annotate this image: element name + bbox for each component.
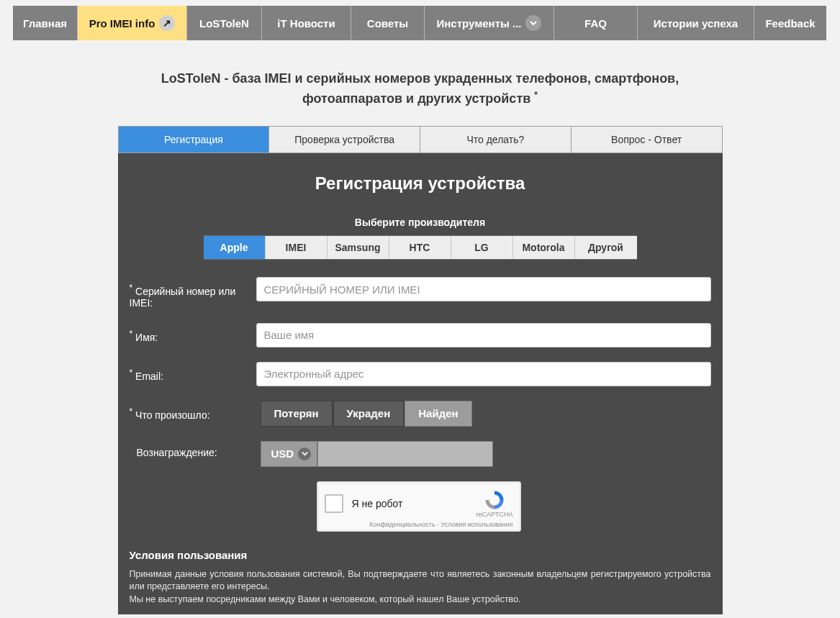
mfr-lg[interactable]: LG (451, 236, 513, 259)
manufacturer-tabs: Apple IMEI Samsung HTC LG Motorola Друго… (204, 235, 637, 260)
terms-text: Принимая данные условия пользования сист… (130, 568, 711, 606)
recaptcha-label: Я не робот (352, 498, 477, 509)
recaptcha-icon (484, 489, 505, 511)
reward-label: Вознаграждение: (130, 441, 261, 458)
nav-faq[interactable]: FAQ (554, 6, 638, 40)
serial-input[interactable] (256, 277, 711, 301)
status-lost-button[interactable]: Потерян (261, 401, 333, 427)
nav-tools[interactable]: Инструменты ... (425, 6, 554, 40)
nav-lostolen[interactable]: LoSToleN (187, 6, 262, 40)
asterisk: * (534, 90, 538, 100)
heading-line2: фотоаппаратов и других устройств (302, 91, 530, 106)
email-input[interactable] (256, 362, 711, 386)
mfr-imei[interactable]: IMEI (266, 236, 328, 259)
serial-label: * Серийный номер или IMEI: (130, 277, 256, 309)
currency-value: USD (271, 447, 294, 460)
recaptcha-footer: Конфиденциальность - Условия использован… (325, 521, 513, 528)
external-link-icon: ↗ (159, 15, 175, 31)
mfr-apple[interactable]: Apple (204, 236, 266, 259)
chevron-down-icon (525, 15, 541, 31)
subtabs: Регистрация Проверка устройства Что дела… (118, 126, 723, 153)
manufacturer-label: Выберите производителя (130, 217, 711, 228)
name-label: * Имя: (130, 323, 256, 343)
recaptcha-checkbox[interactable] (325, 494, 343, 513)
tab-faq[interactable]: Вопрос - Ответ (572, 127, 722, 153)
mfr-other[interactable]: Другой (575, 236, 637, 259)
top-nav: Главная Pro IMEI info ↗ LoSToleN iT Ново… (0, 0, 840, 47)
name-input[interactable] (256, 323, 711, 347)
nav-home[interactable]: Главная (13, 6, 78, 40)
recaptcha: Я не робот reCAPTCHA Конфиденциальность … (317, 481, 521, 532)
currency-select[interactable]: USD (261, 441, 318, 467)
nav-label: Инструменты ... (437, 17, 522, 29)
tab-registration[interactable]: Регистрация (119, 127, 270, 153)
terms-heading: Условия пользования (130, 549, 711, 561)
mfr-htc[interactable]: HTC (389, 236, 451, 259)
mfr-samsung[interactable]: Samsung (328, 236, 389, 259)
recaptcha-logo: reCAPTCHA (476, 489, 512, 518)
page-heading: LoSToleN - база IMEI и серийных номеров … (0, 47, 840, 126)
what-happened-label: * Что произошло: (130, 401, 261, 421)
heading-line1: LoSToleN - база IMEI и серийных номеров … (161, 71, 679, 86)
status-found-button[interactable]: Найден (405, 401, 471, 427)
reward-input[interactable] (317, 441, 493, 467)
mfr-motorola[interactable]: Motorola (513, 236, 575, 259)
panel-title: Регистрация устройства (130, 173, 711, 194)
tab-check-device[interactable]: Проверка устройства (269, 127, 420, 153)
chevron-down-icon (298, 447, 311, 460)
registration-panel: Регистрация устройства Выберите производ… (118, 153, 723, 614)
nav-pro-imei-info[interactable]: Pro IMEI info ↗ (78, 6, 187, 40)
email-label: * Email: (130, 362, 256, 382)
nav-success-stories[interactable]: Истории успеха (638, 6, 754, 40)
status-stolen-button[interactable]: Украден (333, 401, 405, 427)
nav-feedback[interactable]: Feedback (754, 6, 826, 40)
nav-label: Pro IMEI info (89, 17, 155, 29)
tab-what-to-do[interactable]: Что делать? (420, 127, 572, 153)
nav-tips[interactable]: Советы (351, 6, 425, 40)
nav-it-news[interactable]: iT Новости (262, 6, 351, 40)
